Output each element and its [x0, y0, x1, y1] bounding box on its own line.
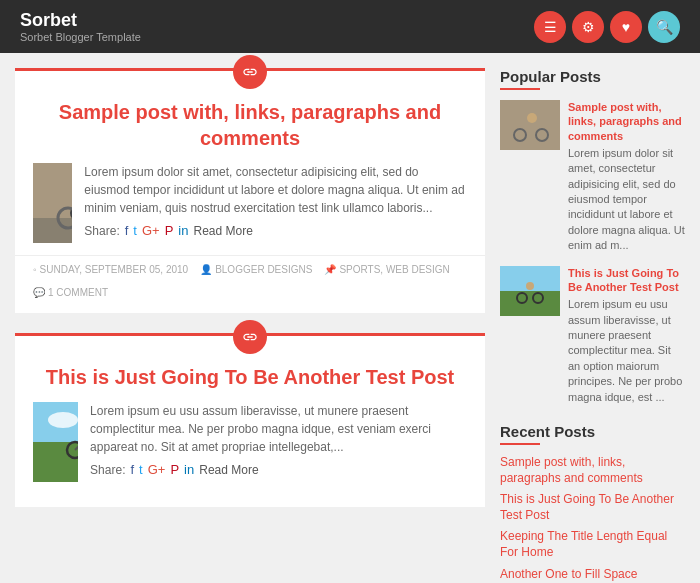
svg-rect-7 [33, 442, 78, 482]
post-text-2: Lorem ipsum eu usu assum liberavisse, ut… [90, 402, 467, 456]
post-thumbnail-2 [33, 402, 78, 482]
svg-point-16 [527, 113, 537, 123]
popular-post-text-2: Lorem ipsum eu usu assum liberavisse, ut… [568, 297, 685, 405]
post-excerpt-2: Lorem ipsum eu usu assum liberavisse, ut… [90, 402, 467, 482]
comment-icon: 💬 [33, 287, 45, 298]
header: Sorbet Sorbet Blogger Template ☰ ⚙ ♥ 🔍 [0, 0, 700, 53]
author-icon: 👤 [200, 264, 212, 275]
share-googleplus[interactable]: G+ [142, 223, 160, 238]
post-card-2: This is Just Going To Be Another Test Po… [15, 333, 485, 507]
recent-posts-title: Recent Posts [500, 423, 685, 445]
post-inner-2: This is Just Going To Be Another Test Po… [15, 354, 485, 482]
svg-rect-15 [500, 100, 560, 150]
tag-icon: 📌 [324, 264, 336, 275]
share-linkedin[interactable]: in [178, 223, 188, 238]
post-share-2: Share: f t G+ P in Read More [90, 462, 467, 477]
page-container: Sample post with, links, paragraphs and … [0, 53, 700, 583]
recent-post-1[interactable]: This is Just Going To Be Another Test Po… [500, 492, 685, 523]
share-linkedin-2[interactable]: in [184, 462, 194, 477]
post-link-icon-2 [233, 320, 267, 354]
main-content: Sample post with, links, paragraphs and … [15, 68, 485, 583]
post-title: Sample post with, links, paragraphs and … [33, 99, 467, 151]
popular-post-item: Sample post with, links, paragraphs and … [500, 100, 685, 254]
share-label-2: Share: [90, 463, 125, 477]
meta-author: 👤 BLOGGER DESIGNS [200, 264, 312, 275]
post-inner: Sample post with, links, paragraphs and … [15, 89, 485, 243]
share-facebook-2[interactable]: f [130, 462, 134, 477]
popular-post-title-1[interactable]: Sample post with, links, paragraphs and … [568, 100, 685, 143]
popular-thumb-2 [500, 266, 560, 316]
meta-tags: 📌 SPORTS, WEB DESIGN [324, 264, 449, 275]
popular-post-content-2: This is Just Going To Be Another Test Po… [568, 266, 685, 405]
sidebar: Popular Posts Sample post with, links, p… [500, 68, 685, 583]
header-nav-icons: ☰ ⚙ ♥ 🔍 [534, 11, 680, 43]
heart-icon[interactable]: ♥ [610, 11, 642, 43]
popular-post-title-2[interactable]: This is Just Going To Be Another Test Po… [568, 266, 685, 295]
share-googleplus-2[interactable]: G+ [148, 462, 166, 477]
popular-post-item-2: This is Just Going To Be Another Test Po… [500, 266, 685, 405]
recent-post-2[interactable]: Keeping The Title Length Equal For Home [500, 529, 685, 560]
svg-rect-1 [33, 218, 72, 243]
share-label: Share: [84, 224, 119, 238]
recent-post-0[interactable]: Sample post with, links, paragraphs and … [500, 455, 685, 486]
menu-icon[interactable]: ☰ [534, 11, 566, 43]
meta-comments: 💬 1 COMMENT [33, 287, 108, 298]
share-facebook[interactable]: f [125, 223, 129, 238]
post-text: Lorem ipsum dolor sit amet, consectetur … [84, 163, 467, 217]
meta-date: ◦ SUNDAY, SEPTEMBER 05, 2010 [33, 264, 188, 275]
site-subtitle: Sorbet Blogger Template [20, 31, 141, 43]
post-title-2: This is Just Going To Be Another Test Po… [33, 364, 467, 390]
svg-rect-20 [500, 291, 560, 316]
post-body: Lorem ipsum dolor sit amet, consectetur … [33, 163, 467, 243]
search-icon[interactable]: 🔍 [648, 11, 680, 43]
popular-post-text-1: Lorem ipsum dolor sit amet, consectetur … [568, 146, 685, 254]
post-body-2: Lorem ipsum eu usu assum liberavisse, ut… [33, 402, 467, 482]
gear-icon[interactable]: ⚙ [572, 11, 604, 43]
popular-thumb-1 [500, 100, 560, 150]
read-more-link-2[interactable]: Read More [199, 463, 258, 477]
post-excerpt: Lorem ipsum dolor sit amet, consectetur … [84, 163, 467, 243]
post-icon-wrap [15, 55, 485, 89]
recent-post-3[interactable]: Another One to Fill Space [500, 567, 685, 583]
post-thumbnail [33, 163, 72, 243]
share-pinterest[interactable]: P [165, 223, 174, 238]
share-twitter[interactable]: t [133, 223, 137, 238]
post-link-icon [233, 55, 267, 89]
svg-point-21 [526, 282, 534, 290]
svg-point-8 [48, 412, 78, 428]
recent-posts-section: Recent Posts Sample post with, links, pa… [500, 423, 685, 583]
post-card: Sample post with, links, paragraphs and … [15, 68, 485, 313]
header-branding: Sorbet Sorbet Blogger Template [20, 10, 141, 43]
popular-posts-title: Popular Posts [500, 68, 685, 90]
share-twitter-2[interactable]: t [139, 462, 143, 477]
read-more-link[interactable]: Read More [193, 224, 252, 238]
post-icon-wrap-2 [15, 320, 485, 354]
site-title: Sorbet [20, 10, 141, 31]
popular-post-content-1: Sample post with, links, paragraphs and … [568, 100, 685, 254]
clock-icon: ◦ [33, 264, 37, 275]
popular-posts-section: Popular Posts Sample post with, links, p… [500, 68, 685, 405]
post-meta: ◦ SUNDAY, SEPTEMBER 05, 2010 👤 BLOGGER D… [15, 255, 485, 298]
post-share: Share: f t G+ P in Read More [84, 223, 467, 238]
share-pinterest-2[interactable]: P [170, 462, 179, 477]
